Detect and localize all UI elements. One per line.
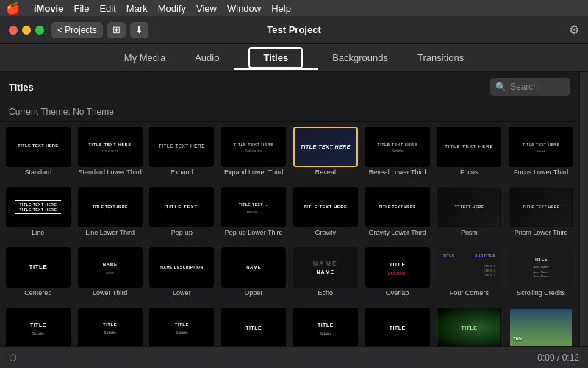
- file-menu[interactable]: File: [74, 3, 89, 14]
- title-label: Pop-up Lower Third: [225, 229, 283, 236]
- title-cell-standard-lower-third[interactable]: TITLE TEXT HERE TITLE TEXT Standard Lowe…: [75, 125, 146, 184]
- title-cell-scrolling-credits[interactable]: Title Actor NameActor NameActor Name Scr…: [506, 246, 576, 305]
- title-bar: < Projects ⊞ ⬇ Test Project ⚙: [0, 16, 588, 44]
- title-cell-reveal-lower-third[interactable]: Title Text Here Subtitle Reveal Lower Th…: [362, 125, 433, 184]
- title-label: Expand Lower Third: [224, 169, 283, 176]
- tab-bar: My Media Audio Titles Backgrounds Transi…: [0, 44, 588, 72]
- title-cell-overlap[interactable]: Title Description Overlap: [362, 246, 433, 305]
- close-button[interactable]: [9, 26, 18, 35]
- title-label: Centered: [24, 289, 51, 297]
- title-label: Gravity Lower Third: [368, 229, 426, 236]
- title-cell-line-lower-third[interactable]: TITLE TEXT HERE Line Lower Third: [75, 185, 146, 244]
- title-label: Overlap: [386, 289, 409, 297]
- title-label: Lower: [173, 289, 191, 297]
- mark-menu[interactable]: Mark: [126, 3, 148, 14]
- tab-backgrounds[interactable]: Backgrounds: [318, 46, 403, 69]
- title-label: Prism Lower Third: [514, 229, 568, 236]
- title-cell-pop-up[interactable]: TITLE TEXT Pop-up: [147, 185, 218, 244]
- title-cell-expand-lower-third[interactable]: Title Text Here Subtitle text Expand Low…: [218, 125, 289, 184]
- tab-transitions[interactable]: Transitions: [403, 46, 478, 69]
- traffic-lights: [9, 26, 44, 35]
- title-cell-four-corners[interactable]: Title Subtitle Item 1Item 2Item 3 Four C…: [434, 246, 505, 305]
- filter-icon[interactable]: ⬡: [9, 353, 16, 363]
- title-cell-upper[interactable]: Name Upper: [218, 246, 289, 305]
- title-label: Focus Lower Third: [514, 169, 568, 176]
- title-cell-prism[interactable]: "" TEXT HERE Prism: [434, 185, 505, 244]
- title-cell-echo[interactable]: NAME NAME Echo: [290, 246, 361, 305]
- title-label: Prism: [461, 229, 478, 236]
- window-menu[interactable]: Window: [227, 3, 261, 14]
- view-menu[interactable]: View: [196, 3, 217, 14]
- bottom-bar: ⬡ 0:00 / 0:12: [0, 346, 588, 368]
- title-label: Line: [32, 229, 44, 236]
- search-input[interactable]: [510, 82, 569, 92]
- title-cell-lower-third[interactable]: Name Name Lower Third: [75, 246, 146, 305]
- right-strip: [579, 72, 588, 368]
- titles-grid: TITLE TEXT HERE Standard TITLE TEXT HERE…: [0, 122, 579, 368]
- title-label: Gravity: [315, 229, 337, 236]
- title-cell-reveal[interactable]: Title Text Here Reveal: [290, 125, 361, 184]
- title-label: Pop-up: [171, 229, 193, 236]
- title-cell-lower[interactable]: Name/Description Lower: [147, 246, 218, 305]
- tab-titles[interactable]: Titles: [234, 46, 318, 69]
- download-button[interactable]: ⬇: [130, 22, 148, 38]
- grid-view-button[interactable]: ⊞: [107, 22, 126, 38]
- title-label: Upper: [245, 289, 263, 297]
- title-label: Echo: [318, 289, 334, 297]
- title-label: Reveal: [315, 169, 336, 176]
- title-label: Four Corners: [450, 289, 489, 297]
- title-cell-centered[interactable]: Title Centered: [3, 246, 74, 305]
- window-title: Test Project: [267, 24, 320, 35]
- help-menu[interactable]: Help: [271, 3, 291, 14]
- menu-bar: 🍎 iMovie File Edit Mark Modify View Wind…: [0, 0, 588, 16]
- tab-audio[interactable]: Audio: [180, 46, 234, 69]
- search-icon: 🔍: [495, 82, 506, 92]
- title-label: Reveal Lower Third: [369, 169, 426, 176]
- title-label: Standard: [25, 169, 52, 176]
- modify-menu[interactable]: Modify: [158, 3, 186, 14]
- title-cell-gravity[interactable]: TITLE TEXT HERE Gravity: [290, 185, 361, 244]
- title-cell-pop-up-lower-third[interactable]: TITLE TEXT ... pop text ... Pop-up Lower…: [218, 185, 289, 244]
- minimize-button[interactable]: [22, 26, 31, 35]
- title-label: Lower Third: [93, 289, 127, 297]
- edit-menu[interactable]: Edit: [99, 3, 115, 14]
- search-box[interactable]: 🔍: [490, 78, 570, 96]
- tab-my-media[interactable]: My Media: [110, 46, 180, 69]
- imovie-menu[interactable]: iMovie: [34, 3, 63, 14]
- title-cell-expand[interactable]: Title Text Here Expand: [147, 125, 218, 184]
- title-label: Standard Lower Third: [78, 169, 141, 176]
- timeline-time: 0:00 / 0:12: [537, 353, 579, 363]
- fullscreen-button[interactable]: [35, 26, 44, 35]
- panel-title: Titles: [9, 82, 34, 93]
- theme-label: Current Theme: No Theme: [0, 102, 579, 122]
- title-cell-standard[interactable]: TITLE TEXT HERE Standard: [3, 125, 74, 184]
- panel-header: Titles 🔍: [0, 72, 579, 102]
- title-cell-prism-lower-third[interactable]: TITLE TEXT HERE Prism Lower Third: [506, 185, 576, 244]
- title-cell-focus-lower-third[interactable]: Title Text Here Subtitle Focus Lower Thi…: [506, 125, 576, 184]
- apple-menu[interactable]: 🍎: [6, 1, 21, 15]
- projects-button[interactable]: < Projects: [51, 22, 103, 38]
- title-label: Focus: [460, 169, 478, 176]
- title-label: Line Lower Third: [85, 229, 135, 236]
- title-cell-focus[interactable]: Title Text Here Focus: [434, 125, 505, 184]
- title-cell-line[interactable]: TITLE TEXT HERETITLE TEXT HERE Line: [3, 185, 74, 244]
- main-panel: Titles 🔍 Current Theme: No Theme TITLE T…: [0, 72, 579, 368]
- content-area: Titles 🔍 Current Theme: No Theme TITLE T…: [0, 72, 588, 368]
- title-cell-gravity-lower-third[interactable]: TITLE TEXT HERE Gravity Lower Third: [362, 185, 433, 244]
- title-label: Expand: [171, 169, 193, 176]
- settings-icon[interactable]: ⚙: [569, 23, 579, 37]
- title-label: Scrolling Credits: [517, 289, 565, 297]
